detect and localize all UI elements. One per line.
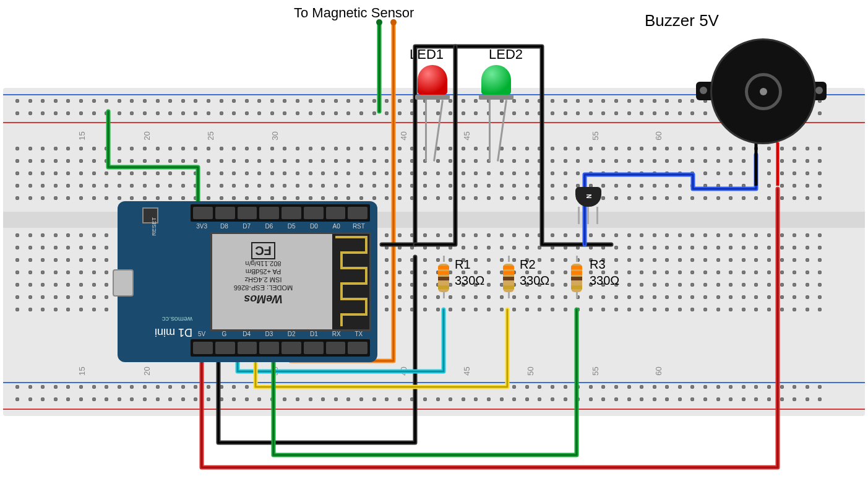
led2-label: LED2 (489, 46, 523, 63)
pin-labels-bottom: 5V G D4 D3 D2 D1 RX TX (191, 331, 370, 337)
usb-port-icon (113, 269, 134, 297)
buzzer-label: Buzzer 5V (645, 11, 719, 30)
buzzer-5v (701, 38, 822, 147)
transistor-bc547: N (575, 187, 601, 224)
board-name-text: D1 mini wemos.cc (155, 314, 192, 339)
magnetic-sensor-label: To Magnetic Sensor (294, 5, 414, 21)
r3-name: R3 (590, 258, 606, 272)
led1-red (418, 65, 447, 121)
esp8266-shield: WeMos MODEL: ESP-8266 ISM 2.4GHz PA +25d… (210, 232, 371, 331)
r2-name: R2 (520, 258, 536, 272)
pin-header-top: document.write(Array(8).fill('<div style… (191, 204, 370, 222)
resistor-r3 (571, 259, 582, 308)
r2-value: 330Ω (520, 274, 549, 288)
pin-labels-top: 3V3 D8 D7 D6 D5 D0 A0 RST (191, 223, 370, 230)
r3-value: 330Ω (590, 274, 619, 288)
led1-label: LED1 (410, 46, 444, 63)
led2-green (481, 65, 511, 121)
resistor-r1 (438, 259, 449, 308)
r1-name: R1 (455, 258, 471, 272)
pin-header-bottom: document.write(Array(8).fill('<div style… (191, 339, 370, 357)
resistor-r2 (503, 259, 514, 308)
r1-value: 330Ω (455, 274, 484, 288)
